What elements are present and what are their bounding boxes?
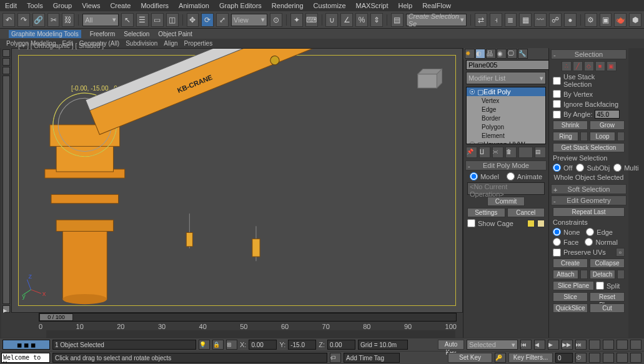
utilities-tab[interactable]: 🔧 [518,49,528,59]
vp-nav-5[interactable] [589,353,600,363]
display-tab[interactable]: 🖵 [507,49,517,59]
render-frame-button[interactable]: ▣ [600,13,612,27]
stack-polygon[interactable]: Polygon [467,122,545,131]
menu-realflow[interactable]: RealFlow [422,2,451,9]
edit-poly-mode-header[interactable]: -Edit Poly Mode [465,160,547,170]
move-button[interactable]: ✥ [187,13,199,27]
constraint-edge[interactable]: Edge [586,228,613,236]
soft-selection-header[interactable]: +Soft Selection [551,184,627,194]
unlink-button[interactable]: ✂ [47,13,60,27]
stack-vertex[interactable]: Vertex [467,96,545,105]
setkey-button[interactable]: Set Key [448,353,492,363]
current-op-dropdown[interactable]: <No Current Operation> [467,182,545,195]
modifier-list-dropdown[interactable]: Modifier List▾ [466,72,546,84]
create-button[interactable]: Create [553,258,588,268]
autokey-button[interactable]: Auto Key [438,340,464,350]
mode-model-radio[interactable]: Model [470,172,499,180]
cancel-button[interactable]: Cancel [507,208,545,217]
detach-settings[interactable] [617,270,625,279]
modify-tab[interactable]: ◐ [475,49,485,59]
vp-tool-3[interactable] [2,67,10,74]
stack-edge[interactable]: Edge [467,105,545,114]
tab-graphite[interactable]: Graphite Modeling Tools [9,30,81,38]
goto-end-button[interactable]: ⏭ [575,340,587,350]
edge-subobj[interactable]: ╱ [573,61,583,71]
by-angle-check[interactable]: By Angle: [553,110,625,119]
quickslice-button[interactable]: QuickSlice [553,303,588,313]
preview-multi-radio[interactable]: Multi [613,164,638,172]
menu-modifiers[interactable]: Modifiers [141,2,169,9]
collapse-button[interactable]: Collapse [590,258,625,268]
mirror-button[interactable]: ⇄ [475,13,487,27]
layers-button[interactable]: ≣ [505,13,517,27]
preview-off-radio[interactable]: Off [553,164,572,172]
tab-freeform[interactable]: Freeform [90,31,116,37]
element-subobj[interactable]: ▣ [607,61,617,71]
menu-tools[interactable]: Tools [27,2,43,9]
schematic-view-button[interactable]: ☍ [549,13,562,27]
pin-stack-button[interactable]: 📌 [466,147,477,158]
percent-snap-button[interactable]: % [355,13,368,27]
ignore-backfacing-check[interactable]: Ignore Backfacing [553,100,625,108]
vp-tool-1[interactable] [2,49,10,57]
vp-play-button[interactable]: ▶ [2,305,10,313]
slice-plane-button[interactable]: Slice Plane [553,281,594,290]
get-stack-sel-button[interactable]: Get Stack Selection [553,143,625,152]
keyboard-shortcut-button[interactable]: ⌨ [305,13,318,27]
align-button[interactable]: ⫞ [490,13,502,27]
next-frame-button[interactable]: ▶▶ [562,340,573,350]
scale-button[interactable]: ⤢ [216,13,229,27]
menu-help[interactable]: Help [399,2,413,9]
shrink-button[interactable]: Shrink [553,121,588,130]
make-unique-button[interactable]: ⩙ [492,147,503,158]
keymode-dropdown[interactable]: Selected▾ [467,340,518,350]
named-sel-set-dropdown[interactable]: Create Selection Se▾ [406,14,467,26]
hierarchy-tab[interactable]: 品 [486,49,496,59]
vp-nav-8[interactable] [630,353,642,363]
realflow-button[interactable]: ⬢ [629,13,642,27]
ring-spinner[interactable] [580,132,588,141]
lock-button[interactable]: 🔒 [212,340,224,350]
mode-animate-radio[interactable]: Animate [507,172,542,180]
curve-editor-button[interactable]: 〰 [534,13,547,27]
create-tab[interactable]: ✹ [465,49,475,59]
ribbon-toggle-button[interactable]: ▦ [519,13,532,27]
time-slider-thumb[interactable]: 0 / 100 [39,313,73,321]
vp-nav-4[interactable] [630,340,642,350]
ref-coord-dropdown[interactable]: View▾ [231,14,267,26]
z-input[interactable] [327,340,355,350]
menu-edit[interactable]: Edit [5,2,17,9]
frame-input[interactable] [555,353,573,363]
menu-create[interactable]: Create [110,2,131,9]
spinner-snap-button[interactable]: ⇕ [370,13,383,27]
tab-object-paint[interactable]: Object Paint [158,31,192,37]
abs-rel-button[interactable]: ⊞ [226,340,237,350]
preserve-uvs-settings[interactable]: ▫ [616,248,625,257]
add-time-tag[interactable]: Add Time Tag [344,353,400,363]
selection-filter-dropdown[interactable]: All▾ [82,14,119,26]
material-editor-button[interactable]: ● [564,13,577,27]
bind-button[interactable]: ⛓ [62,13,74,27]
x-input[interactable] [249,340,277,350]
sub-properties[interactable]: Properties [184,40,213,47]
configure-sets-button[interactable]: ▤ [535,147,546,158]
edit-geometry-header[interactable]: -Edit Geometry [551,195,627,205]
time-slider-track[interactable]: 0 / 100 [39,313,457,322]
by-vertex-check[interactable]: By Vertex [553,90,625,98]
select-object-button[interactable]: ↖ [121,13,134,27]
object-name-input[interactable] [466,60,557,70]
stack-border[interactable]: Border [467,114,545,122]
vp-nav-2[interactable] [603,340,614,350]
play-button[interactable]: ▶ [548,340,559,350]
vp-nav-6[interactable] [603,353,614,363]
use-stack-sel-check[interactable]: Use Stack Selection [553,73,625,88]
preview-subobj-radio[interactable]: SubObj [576,164,610,172]
lock-sel-button[interactable]: 💡 [199,340,210,350]
menu-rendering[interactable]: Rendering [272,2,304,9]
goto-start-button[interactable]: ⏮ [520,340,532,350]
key-big-button[interactable]: 🔑 [495,353,506,363]
grow-button[interactable]: Grow [590,121,625,130]
repeat-last-button[interactable]: Repeat Last [553,207,625,217]
select-by-name-button[interactable]: ☰ [136,13,149,27]
show-cage-check[interactable]: Show Cage [467,219,545,227]
